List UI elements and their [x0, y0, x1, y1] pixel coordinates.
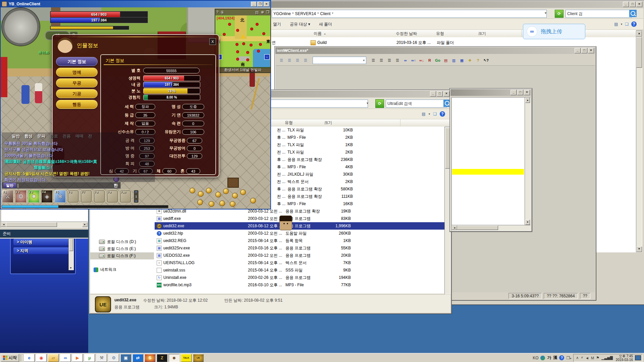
ultraedit-toolbar-icon[interactable]: ☰: [394, 57, 401, 64]
align-icon[interactable]: ☰: [286, 57, 293, 64]
file-row[interactable]: ▦ uedit32.REG 2015-08-14 오후 ... 등록 항목 1K…: [155, 237, 450, 244]
search-box[interactable]: UltraEdit 검색: [386, 100, 447, 108]
search-button[interactable]: [629, 10, 637, 17]
ime-toolbar-icon[interactable]: ❐▾: [566, 356, 571, 360]
scroll-down-icon[interactable]: ▼: [525, 220, 530, 225]
scroll-thumb[interactable]: [636, 37, 642, 68]
skill-slot[interactable]: ✸ F3: [28, 190, 40, 203]
maximize-button[interactable]: □: [437, 91, 443, 97]
coin-item[interactable]: [198, 191, 204, 197]
scroll-down-icon[interactable]: ▼: [636, 246, 642, 252]
quick-launch-icon[interactable]: ◉: [36, 354, 47, 362]
chat-tab[interactable]: 전: [88, 133, 92, 139]
quick-launch-icon[interactable]: e: [24, 354, 35, 362]
align-icon[interactable]: ☰: [302, 57, 309, 64]
sliver-hscrollbar[interactable]: ◄: [451, 225, 531, 231]
ultraedit-toolbar-icon[interactable]: ∞↓: [418, 57, 425, 64]
close-button[interactable]: ✕: [636, 2, 642, 7]
coin-item[interactable]: [206, 188, 212, 193]
skill-slot[interactable]: ❂ F2: [15, 190, 27, 203]
address-dropdown-icon[interactable]: ▾: [545, 11, 546, 15]
sliver-titlebar[interactable]: _ □ ✕: [450, 89, 531, 96]
breadcrumb-item[interactable]: SERVER14▾: [295, 11, 319, 16]
coin-item[interactable]: [230, 201, 235, 207]
skill-slot[interactable]: F6: [67, 190, 79, 203]
breadcrumb-item[interactable]: Client▾: [320, 11, 333, 16]
ultraedit-titlebar[interactable]: ient₩Client.exe* _ □ ✕: [275, 47, 595, 54]
chat-tab[interactable]: 합성: [24, 133, 33, 139]
npc-blue[interactable]: [21, 85, 30, 104]
file-row[interactable]: ? uedit32.hlp 2003-03-12 오전 ... 도움말 파일 2…: [155, 230, 450, 237]
show-desktop-icon[interactable]: [635, 355, 641, 360]
file-row[interactable]: MP3 wordfile.txt.mp3 2016-03-10 오후 ... M…: [155, 281, 450, 289]
tree-item-network[interactable]: 네트워크: [90, 266, 157, 273]
minimize-button[interactable]: _: [575, 48, 581, 53]
quick-launch-icon[interactable]: UE: [193, 354, 204, 362]
sliver-vscrollbar[interactable]: ▲ ▼: [525, 97, 531, 225]
coin-item[interactable]: [190, 188, 195, 193]
game-titlebar[interactable]: YB_OnlineClient _ ❐ ✕: [1, 1, 270, 7]
ultraedit-toolbar-icon[interactable]: ▦: [458, 57, 466, 64]
chat-tab[interactable]: 일반: [12, 133, 20, 139]
address-bar[interactable]: YGOnline▾ SERVER14▾ Client▾: [272, 10, 547, 18]
dialog-tab[interactable]: 기본 정보: [56, 57, 98, 66]
file-row[interactable]: ▦ UEDOS32.exe 2003-03-12 오전 ... 응용 프로그램 …: [155, 252, 450, 259]
skill-slot[interactable]: ◈ F4: [41, 190, 53, 203]
skill-slot[interactable]: F8: [93, 190, 105, 203]
file-row[interactable]: ueinstall.sss 2015-08-14 오후 ... SSS 파일 9…: [155, 266, 450, 274]
quick-launch-icon[interactable]: ▣: [120, 354, 131, 362]
minimap-icon[interactable]: ❐: [266, 10, 269, 15]
minimize-button[interactable]: _: [511, 90, 517, 95]
coin-item[interactable]: [240, 189, 246, 195]
coin-item[interactable]: [209, 201, 214, 207]
column-header-type[interactable]: 유형: [283, 119, 326, 126]
scroll-thumb[interactable]: [6, 222, 57, 227]
quick-launch-icon[interactable]: S: [145, 354, 155, 362]
quick-launch-icon[interactable]: ▱: [48, 354, 59, 362]
ultraedit-toolbar-icon[interactable]: ☰: [370, 57, 377, 64]
dialog-tab[interactable]: 명예: [56, 68, 98, 77]
chat-channel-badge[interactable]: 일반: [3, 183, 16, 188]
minimize-button[interactable]: _: [251, 2, 257, 7]
ultraedit-toolbar-icon[interactable]: ☰: [386, 57, 393, 64]
npc-lady[interactable]: [35, 83, 42, 103]
skill-slot[interactable]: ❄ F5: [54, 190, 66, 203]
scroll-thumb[interactable]: [445, 128, 450, 169]
skill-slot[interactable]: F9: [106, 190, 118, 203]
skill-slot[interactable]: F10: [119, 190, 131, 203]
dialog-tab[interactable]: 행동: [56, 100, 98, 109]
tray-icon[interactable]: ◄: [585, 356, 589, 360]
start-button[interactable]: 시작: [1, 354, 19, 362]
launcher-menu-item[interactable]: > 지역: [13, 247, 72, 254]
coin-item[interactable]: [219, 200, 225, 206]
quick-launch-icon[interactable]: µ: [84, 354, 95, 362]
tray-icon[interactable]: ▁▃▅▇: [601, 356, 613, 360]
ultraedit-toolbar-icon[interactable]: ▥: [450, 57, 458, 64]
align-icon[interactable]: ☰: [294, 57, 301, 64]
ultraedit-toolbar-icon[interactable]: R: [426, 57, 433, 64]
maximize-button[interactable]: □: [630, 2, 636, 7]
scroll-thumb[interactable]: [69, 239, 73, 251]
minimize-button[interactable]: _: [623, 2, 629, 7]
pager-down-icon[interactable]: ▼: [135, 200, 138, 203]
left-panel-hscrollbar[interactable]: ◄ ►: [1, 222, 88, 228]
column-header-extra[interactable]: [350, 119, 400, 126]
align-icons[interactable]: ☰: [278, 57, 285, 64]
column-header-size[interactable]: 크기: [476, 30, 522, 37]
column-header-name[interactable]: 이름 ▲: [312, 30, 397, 37]
toolbar-button[interactable]: 열기: [273, 21, 281, 27]
scroll-left-icon[interactable]: ◄: [452, 226, 457, 230]
coin-item[interactable]: [250, 198, 256, 203]
maximize-button[interactable]: □: [517, 90, 523, 95]
toolbar-button[interactable]: 새 폴더: [319, 21, 332, 27]
quick-launch-icon[interactable]: ⇄: [132, 354, 143, 362]
ultraedit-toolbar-icon[interactable]: Go: [434, 57, 441, 64]
tray-icon[interactable]: ∧: [576, 356, 579, 360]
tree-item-drive[interactable]: 로컬 디스크 (F:): [90, 252, 154, 259]
ultraedit-toolbar-icon[interactable]: ?: [474, 57, 482, 64]
file-row[interactable]: ↻ Uninstall.exe 2003-02-26 오후 ... 응용 프로그…: [155, 274, 450, 281]
quick-launch-icon[interactable]: TALK: [181, 354, 192, 362]
minimap-zoom-out-button[interactable]: −: [264, 54, 270, 60]
character-avatar-icon[interactable]: [279, 216, 292, 230]
refresh-button[interactable]: ⟳: [555, 10, 564, 18]
